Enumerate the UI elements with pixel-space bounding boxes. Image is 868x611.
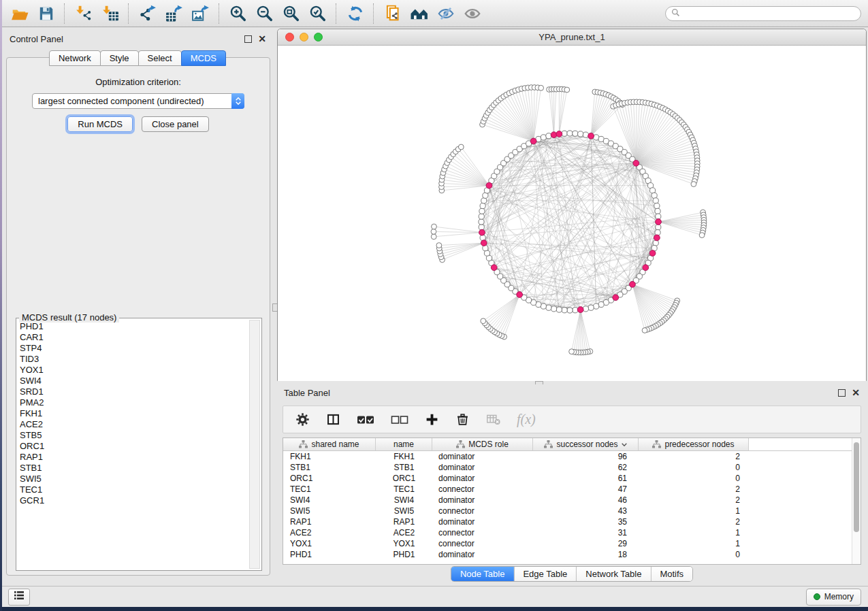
mcds-list-scrollbar[interactable] (249, 320, 260, 569)
export-table-icon (165, 5, 183, 22)
toolbar-separator (219, 3, 220, 24)
run-mcds-button[interactable]: Run MCDS (67, 116, 133, 132)
table-cell: 0 (639, 473, 749, 484)
mcds-node (556, 131, 562, 137)
tab-edge-table[interactable]: Edge Table (514, 567, 577, 581)
column-label: shared name (311, 440, 359, 449)
column-header-successor-nodes[interactable]: successor nodes (533, 438, 639, 450)
close-panel-button[interactable]: Close panel (142, 116, 209, 132)
mcds-node-item[interactable]: TEC1 (20, 484, 261, 495)
export-image-button[interactable] (189, 2, 212, 25)
column-header-shared-name[interactable]: shared name (283, 438, 376, 450)
export-table-button[interactable] (162, 2, 186, 25)
table-scrollbar[interactable] (852, 438, 861, 564)
share-document-button[interactable] (381, 2, 404, 25)
memory-button[interactable]: Memory (806, 589, 861, 606)
show-graphics-button[interactable] (460, 2, 484, 25)
column-header-name[interactable]: name (376, 438, 432, 450)
zoom-fit-button[interactable] (279, 2, 303, 25)
show-columns-button[interactable] (326, 412, 340, 427)
network-canvas[interactable] (278, 46, 866, 381)
toolbar-separator (64, 3, 65, 24)
mcds-result-group: MCDS result (17 nodes) PHD1CAR1STP4TID3Y… (16, 318, 262, 571)
zoom-selected-button[interactable] (306, 2, 329, 25)
show-graphics-icon (464, 5, 481, 22)
tab-network[interactable]: Network (49, 50, 101, 66)
zoom-in-button[interactable] (226, 2, 250, 25)
mcds-node-item[interactable]: ACE2 (20, 419, 261, 430)
table-cell: dominator (432, 462, 533, 473)
create-column-button[interactable] (425, 412, 439, 427)
table-row[interactable]: ORC1ORC1dominator610 (283, 473, 861, 484)
toolbar-icon-group (6, 2, 485, 25)
search-box[interactable] (665, 6, 861, 21)
table-row[interactable]: SWI5SWI5connector431 (283, 506, 861, 516)
table-row[interactable]: ACE2ACE2connector311 (283, 527, 861, 538)
tab-style[interactable]: Style (100, 50, 139, 66)
close-panel-icon[interactable]: ✕ (258, 35, 266, 43)
mcds-node (481, 240, 487, 246)
delete-columns-button[interactable] (455, 412, 470, 427)
zoom-out-button[interactable] (253, 2, 276, 25)
table-row[interactable]: SWI4SWI4dominator462 (283, 495, 861, 506)
refresh-view-button[interactable] (343, 2, 367, 25)
network-overview-button[interactable] (407, 2, 431, 25)
mcds-node-item[interactable]: SRD1 (20, 386, 261, 397)
column-header-predecessor-nodes[interactable]: predecessor nodes (639, 438, 749, 450)
hide-graphics-button[interactable] (434, 2, 457, 25)
mcds-node-item[interactable]: CAR1 (20, 332, 261, 343)
tab-motifs[interactable]: Motifs (651, 567, 692, 581)
mcds-node-item[interactable]: ORC1 (20, 441, 261, 452)
window-zoom-icon[interactable] (314, 33, 323, 42)
search-input[interactable] (684, 7, 861, 20)
mcds-node-item[interactable]: RAP1 (20, 452, 261, 463)
window-close-icon[interactable] (285, 33, 294, 42)
window-minimize-icon[interactable] (300, 33, 308, 42)
table-row[interactable]: YOX1YOX1connector291 (283, 538, 861, 549)
mcds-node-item[interactable]: YOX1 (20, 365, 261, 376)
tab-node-table[interactable]: Node Table (451, 567, 515, 581)
close-table-panel-icon[interactable]: ✕ (852, 389, 860, 397)
unselect-all-columns-button[interactable] (391, 414, 408, 425)
mcds-node-item[interactable]: TID3 (20, 354, 261, 365)
share-document-icon (384, 5, 402, 22)
mcds-node-item[interactable]: PHD1 (20, 321, 261, 332)
mcds-node-item[interactable]: STB1 (20, 463, 261, 474)
table-cell: 62 (533, 462, 639, 473)
table-scrollbar-thumb[interactable] (854, 442, 859, 532)
table-mode-button[interactable] (295, 412, 310, 427)
table-row[interactable]: STB1STB1dominator620 (283, 462, 861, 473)
select-all-columns-button[interactable] (357, 414, 374, 425)
tab-mcds[interactable]: MCDS (181, 50, 226, 66)
mcds-node-item[interactable]: PMA2 (20, 397, 261, 408)
tab-select[interactable]: Select (138, 50, 182, 66)
table-row[interactable]: FKH1FKH1dominator962 (283, 451, 861, 462)
dropdown-stepper-icon[interactable] (231, 93, 244, 109)
save-session-button[interactable] (34, 2, 58, 25)
mcds-node-item[interactable]: STP4 (20, 343, 261, 354)
table-row[interactable]: PHD1PHD1dominator180 (283, 549, 861, 560)
float-table-panel-icon[interactable] (838, 389, 846, 397)
table-row[interactable]: TEC1TEC1connector472 (283, 484, 861, 495)
network-window-titlebar[interactable]: YPA_prune.txt_1 (278, 29, 866, 46)
save-session-icon (37, 5, 55, 22)
optimization-criterion-dropdown[interactable]: largest connected component (undirected) (32, 93, 244, 109)
tab-network-table[interactable]: Network Table (577, 567, 651, 581)
mcds-node-item[interactable]: FKH1 (20, 408, 261, 419)
import-network-button[interactable] (71, 2, 95, 25)
open-file-button[interactable] (7, 2, 31, 25)
mcds-node-item[interactable]: SWI4 (20, 376, 261, 386)
table-mode-button[interactable] (8, 589, 30, 606)
column-header-MCDS-role[interactable]: MCDS role (432, 438, 533, 450)
mcds-node-item[interactable]: STB5 (20, 430, 261, 441)
leaf-node-layer[interactable] (431, 85, 707, 355)
export-network-button[interactable] (135, 2, 159, 25)
float-panel-icon[interactable] (244, 35, 252, 43)
network-graph[interactable] (278, 46, 866, 381)
table-row[interactable]: RAP1RAP1dominator352 (283, 516, 861, 527)
mcds-node-item[interactable]: GCR1 (20, 495, 261, 506)
table-header-row: shared namenameMCDS rolesuccessor nodesp… (283, 438, 861, 451)
import-table-button[interactable] (98, 2, 122, 25)
mcds-node (486, 182, 492, 188)
mcds-node-item[interactable]: SWI5 (20, 474, 261, 484)
